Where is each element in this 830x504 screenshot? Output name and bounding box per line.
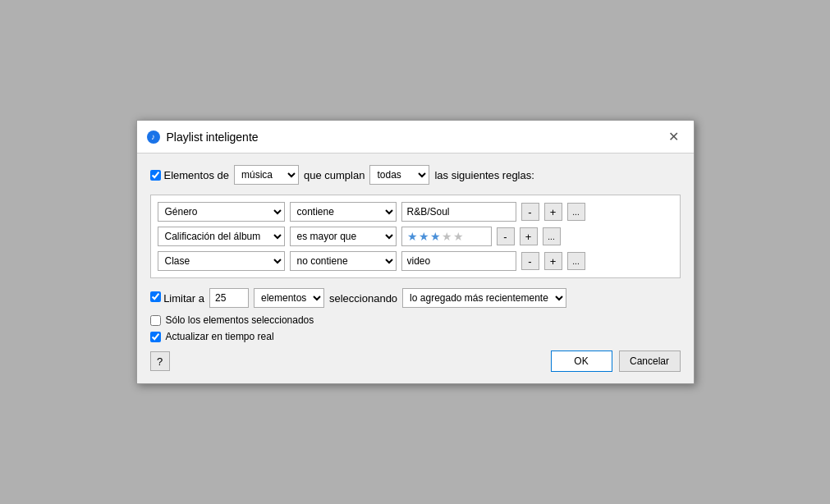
smart-playlist-dialog: ♪ Playlist inteligente ✕ Elementos de mú… (136, 120, 695, 384)
type-select[interactable]: música vídeos podcasts libros (234, 165, 299, 185)
rule-row-rating: Calificación del álbum Género Clase Arti… (158, 227, 673, 246)
footer-row: ? OK Cancelar (150, 351, 681, 372)
limit-value-input[interactable] (209, 288, 249, 308)
star-1: ★ (407, 230, 418, 243)
ok-button[interactable]: OK (551, 351, 612, 372)
live-update-checkbox[interactable] (150, 332, 161, 342)
rating-condition-select[interactable]: es mayor que es menor que es igual a con… (290, 227, 397, 246)
music-icon: ♪ (147, 131, 160, 144)
selecting-label: seleccionando (329, 292, 397, 305)
title-bar: ♪ Playlist inteligente ✕ (137, 121, 694, 153)
limit-unit-select[interactable]: elementos minutos horas MB GB (254, 288, 324, 308)
title-bar-left: ♪ Playlist inteligente (147, 131, 259, 144)
match-select[interactable]: todas alguna ninguna (369, 165, 429, 185)
cancel-button[interactable]: Cancelar (619, 351, 681, 372)
suffix-label: las siguientes reglas: (434, 169, 534, 181)
star-3: ★ (430, 230, 441, 243)
limit-checkbox-label[interactable]: Limitar a (150, 291, 204, 305)
limit-label: Limitar a (163, 292, 204, 305)
clase-field-select[interactable]: Clase Género Calificación del álbum Arti… (158, 251, 285, 271)
prefix-label: Elementos de (164, 169, 230, 181)
footer-right: OK Cancelar (551, 351, 681, 372)
rating-remove-button[interactable]: - (497, 227, 515, 245)
genre-remove-button[interactable]: - (521, 203, 539, 221)
clase-condition-select[interactable]: no contiene contiene es no es (290, 251, 397, 271)
rule-row-genre: Género Calificación del álbum Clase Arti… (158, 202, 673, 222)
selected-only-label: Sólo los elementos seleccionados (166, 314, 314, 326)
genre-add-button[interactable]: + (544, 203, 562, 221)
limit-method-select[interactable]: lo agregado más recientemente lo agregad… (402, 288, 566, 308)
footer-left: ? (150, 351, 170, 371)
clase-value-input[interactable] (401, 251, 516, 271)
genre-more-button[interactable]: ... (567, 203, 585, 221)
star-5: ★ (453, 230, 464, 243)
header-row: Elementos de música vídeos podcasts libr… (150, 165, 681, 185)
close-button[interactable]: ✕ (663, 127, 684, 146)
genre-value-input[interactable] (401, 202, 516, 222)
limit-checkbox[interactable] (150, 291, 161, 302)
genre-condition-select[interactable]: contiene no contiene es no es (290, 202, 397, 222)
selected-only-row: Sólo los elementos seleccionados (150, 314, 681, 326)
live-update-label: Actualizar en tiempo real (166, 331, 274, 342)
rule-row-clase: Clase Género Calificación del álbum Arti… (158, 251, 673, 271)
selected-only-checkbox[interactable] (150, 315, 161, 326)
live-update-row: Actualizar en tiempo real (150, 331, 681, 342)
elements-checkbox[interactable] (150, 170, 161, 181)
star-4: ★ (442, 230, 452, 243)
rating-more-button[interactable]: ... (543, 227, 561, 245)
clase-add-button[interactable]: + (544, 252, 562, 270)
clase-more-button[interactable]: ... (567, 252, 585, 270)
dialog-title: Playlist inteligente (167, 131, 259, 144)
clase-remove-button[interactable]: - (521, 252, 539, 270)
dialog-body: Elementos de música vídeos podcasts libr… (137, 153, 694, 383)
rating-add-button[interactable]: + (520, 227, 538, 245)
rules-area: Género Calificación del álbum Clase Arti… (150, 195, 681, 278)
rating-field-select[interactable]: Calificación del álbum Género Clase Arti… (158, 227, 285, 246)
middle-label: que cumplan (304, 169, 365, 181)
elements-checkbox-label[interactable]: Elementos de (150, 169, 230, 181)
star-2: ★ (419, 230, 429, 243)
help-button[interactable]: ? (150, 351, 170, 371)
limit-row: Limitar a elementos minutos horas MB GB … (150, 288, 681, 308)
genre-field-select[interactable]: Género Calificación del álbum Clase Arti… (158, 202, 285, 222)
stars-display[interactable]: ★ ★ ★ ★ ★ (401, 227, 492, 246)
